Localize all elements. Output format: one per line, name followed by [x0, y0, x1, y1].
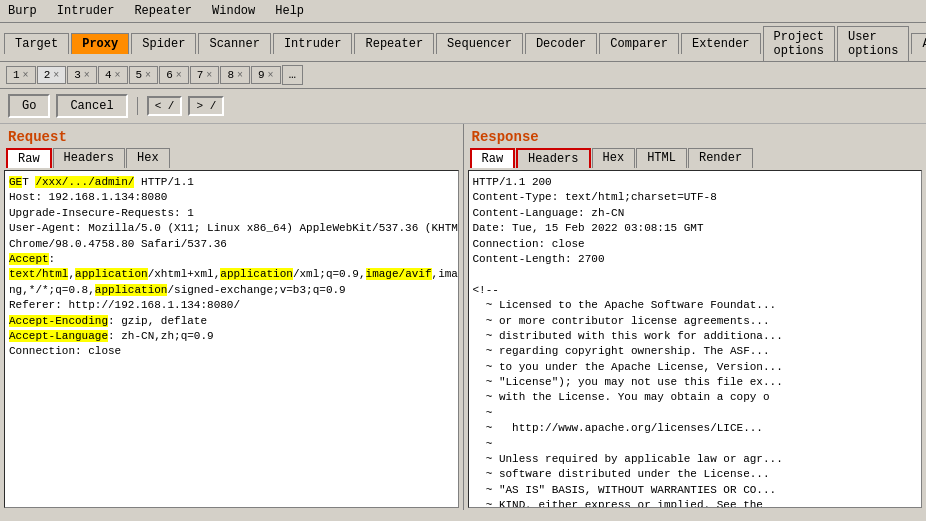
num-tab-1[interactable]: 1 × — [6, 66, 36, 84]
response-title: Response — [464, 124, 927, 148]
request-title: Request — [0, 124, 463, 148]
close-tab-7-icon[interactable]: × — [206, 70, 212, 81]
menu-intruder[interactable]: Intruder — [53, 2, 119, 20]
num-tab-bar: 1 × 2 × 3 × 4 × 5 × 6 × 7 × 8 × 9 × … — [0, 62, 926, 89]
response-panel: Response Raw Headers Hex HTML Render HTT… — [464, 124, 927, 510]
tab-intruder[interactable]: Intruder — [273, 33, 353, 54]
menu-burp[interactable]: Burp — [4, 2, 41, 20]
response-tab-render[interactable]: Render — [688, 148, 753, 168]
tab-project-options[interactable]: Project options — [763, 26, 835, 61]
num-tab-7[interactable]: 7 × — [190, 66, 220, 84]
response-tab-raw[interactable]: Raw — [470, 148, 516, 168]
divider — [137, 97, 138, 115]
more-tabs-button[interactable]: … — [282, 65, 303, 85]
response-tab-hex[interactable]: Hex — [592, 148, 636, 168]
menu-repeater[interactable]: Repeater — [130, 2, 196, 20]
response-tab-headers[interactable]: Headers — [516, 148, 590, 168]
request-tab-raw[interactable]: Raw — [6, 148, 52, 168]
tab-spider[interactable]: Spider — [131, 33, 196, 54]
num-tab-6[interactable]: 6 × — [159, 66, 189, 84]
tab-alerts[interactable]: Alerts — [911, 33, 926, 54]
tab-scanner[interactable]: Scanner — [198, 33, 270, 54]
tab-target[interactable]: Target — [4, 33, 69, 54]
main-content: Request Raw Headers Hex GET /xxx/.../adm… — [0, 124, 926, 510]
menu-window[interactable]: Window — [208, 2, 259, 20]
controls-row: Go Cancel < / > / — [0, 89, 926, 124]
request-sub-tabs: Raw Headers Hex — [0, 148, 463, 168]
tab-repeater[interactable]: Repeater — [354, 33, 434, 54]
main-tab-bar: Target Proxy Spider Scanner Intruder Rep… — [0, 23, 926, 62]
tab-comparer[interactable]: Comparer — [599, 33, 679, 54]
tab-decoder[interactable]: Decoder — [525, 33, 597, 54]
num-tab-3[interactable]: 3 × — [67, 66, 97, 84]
close-tab-1-icon[interactable]: × — [23, 70, 29, 81]
num-tab-4[interactable]: 4 × — [98, 66, 128, 84]
nav-fwd-button[interactable]: > / — [188, 96, 224, 116]
close-tab-6-icon[interactable]: × — [176, 70, 182, 81]
close-tab-8-icon[interactable]: × — [237, 70, 243, 81]
menu-help[interactable]: Help — [271, 2, 308, 20]
close-tab-2-icon[interactable]: × — [53, 70, 59, 81]
response-content[interactable]: HTTP/1.1 200 Content-Type: text/html;cha… — [468, 170, 923, 508]
response-tab-html[interactable]: HTML — [636, 148, 687, 168]
request-content[interactable]: GET /xxx/.../admin/ HTTP/1.1 Host: 192.1… — [4, 170, 459, 508]
tab-user-options[interactable]: User options — [837, 26, 909, 61]
menu-bar: Burp Intruder Repeater Window Help — [0, 0, 926, 23]
request-tab-headers[interactable]: Headers — [53, 148, 125, 168]
request-tab-hex[interactable]: Hex — [126, 148, 170, 168]
num-tab-9[interactable]: 9 × — [251, 66, 281, 84]
tab-proxy[interactable]: Proxy — [71, 33, 129, 54]
go-button[interactable]: Go — [8, 94, 50, 118]
num-tab-2[interactable]: 2 × — [37, 66, 67, 84]
num-tab-8[interactable]: 8 × — [220, 66, 250, 84]
tab-extender[interactable]: Extender — [681, 33, 761, 54]
close-tab-9-icon[interactable]: × — [268, 70, 274, 81]
num-tab-5[interactable]: 5 × — [129, 66, 159, 84]
tab-sequencer[interactable]: Sequencer — [436, 33, 523, 54]
close-tab-4-icon[interactable]: × — [114, 70, 120, 81]
cancel-button[interactable]: Cancel — [56, 94, 127, 118]
close-tab-5-icon[interactable]: × — [145, 70, 151, 81]
response-sub-tabs: Raw Headers Hex HTML Render — [464, 148, 927, 168]
request-panel: Request Raw Headers Hex GET /xxx/.../adm… — [0, 124, 464, 510]
nav-back-button[interactable]: < / — [147, 96, 183, 116]
close-tab-3-icon[interactable]: × — [84, 70, 90, 81]
